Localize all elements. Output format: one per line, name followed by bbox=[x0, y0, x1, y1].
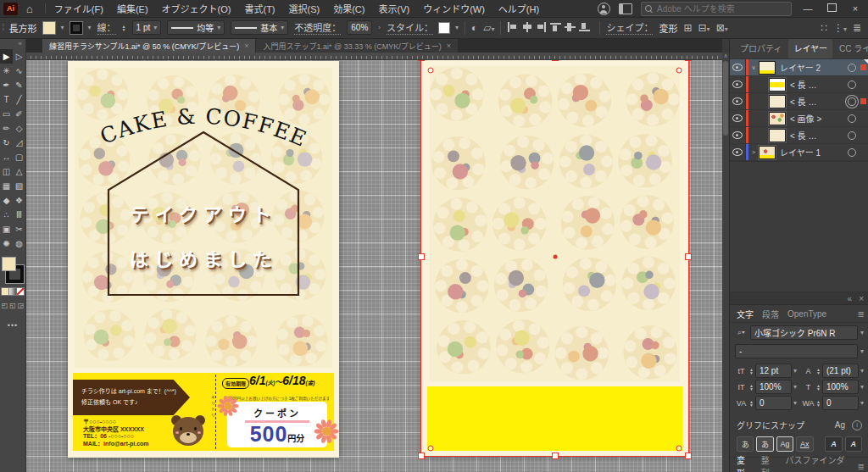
align-center-h-icon[interactable] bbox=[521, 22, 532, 32]
yellow-rectangle[interactable] bbox=[427, 386, 682, 451]
selection-handle[interactable] bbox=[418, 253, 425, 260]
line-segment-tool-icon[interactable]: ╱ bbox=[13, 92, 25, 107]
selection-tool-icon[interactable]: ▶ bbox=[0, 49, 13, 64]
horizontal-scale-field[interactable]: 100% bbox=[822, 380, 859, 394]
transform-tab-pathfinder[interactable]: パスファインダー bbox=[786, 453, 849, 472]
opacity-field[interactable]: 60% bbox=[347, 20, 372, 35]
crop-image-icon[interactable]: ⊠▾ bbox=[716, 22, 728, 34]
direct-selection-tool-icon[interactable]: ▷ bbox=[13, 49, 25, 64]
dock-tab-properties[interactable]: プロパティ bbox=[735, 38, 787, 58]
vertical-scrollbar[interactable]: ∧ bbox=[722, 53, 729, 472]
document-tab-1[interactable]: 入門用ステップ1.ai* @ 33.33 % (CMYK/プレビュー)× bbox=[255, 39, 457, 53]
selection-handle[interactable] bbox=[685, 453, 692, 459]
layer-name[interactable]: < 長 … bbox=[790, 95, 848, 108]
anchor-point[interactable] bbox=[428, 446, 434, 452]
none-mode-icon[interactable] bbox=[17, 288, 24, 295]
stepper[interactable]: ▲▼ bbox=[749, 384, 754, 391]
tab-close-icon[interactable]: × bbox=[244, 42, 248, 50]
snap-option-3[interactable]: Ax bbox=[796, 436, 813, 452]
stepper[interactable]: ▲▼ bbox=[816, 400, 821, 407]
column-graph-tool-icon[interactable]: Ⅲ bbox=[13, 208, 25, 222]
layer-thumbnail[interactable] bbox=[759, 61, 776, 75]
chevron-down-icon[interactable]: ▾ bbox=[793, 399, 797, 407]
chevron-down-icon[interactable]: ▾ bbox=[860, 399, 864, 407]
expand-icon[interactable]: ∨ bbox=[748, 64, 759, 71]
stroke-color-swatch[interactable] bbox=[70, 22, 82, 34]
dock-tab-libraries[interactable]: CC ライブラリ bbox=[834, 38, 868, 58]
menu-item-7[interactable]: ウィンドウ(W) bbox=[423, 2, 485, 15]
lasso-tool-icon[interactable]: ∿ bbox=[13, 64, 25, 78]
font-family-field[interactable]: 小塚ゴシック Pr6N R bbox=[750, 325, 858, 340]
perspective-grid-tool-icon[interactable]: △ bbox=[13, 164, 25, 179]
chevron-down-icon[interactable]: ▾ bbox=[88, 24, 92, 31]
color-mode-icon[interactable] bbox=[2, 288, 8, 295]
magic-wand-tool-icon[interactable]: ✳ bbox=[0, 64, 13, 78]
hand-tool-icon[interactable]: ✺ bbox=[0, 236, 13, 251]
panel-menu-icon[interactable]: ≣ bbox=[858, 462, 865, 471]
layer-name[interactable]: < 長 … bbox=[790, 129, 848, 142]
home-icon[interactable]: ⌂ bbox=[26, 3, 33, 15]
layer-thumbnail[interactable] bbox=[769, 129, 786, 142]
stroke-width-field[interactable]: 1 pt▾ bbox=[132, 20, 162, 35]
layer-thumbnail[interactable] bbox=[769, 78, 786, 92]
layer-row[interactable]: < 長 … bbox=[730, 127, 868, 144]
curvature-tool-icon[interactable]: ✎ bbox=[13, 78, 25, 92]
font-search-icon[interactable]: ⌕▾ bbox=[735, 328, 748, 337]
rectangle-tool-icon[interactable]: ▭ bbox=[0, 107, 13, 121]
recolor-artwork-icon[interactable]: ◐ bbox=[471, 22, 477, 34]
eraser-tool-icon[interactable]: ◇ bbox=[13, 121, 25, 136]
panel-menu-icon[interactable]: ≣ bbox=[853, 22, 861, 34]
anchor-point[interactable] bbox=[676, 446, 682, 452]
layer-row[interactable]: < 長 … bbox=[730, 93, 868, 110]
vertical-scale-field[interactable]: 100% bbox=[755, 380, 792, 394]
visibility-eye-icon[interactable] bbox=[730, 93, 746, 109]
chevron-down-icon[interactable]: ▾ bbox=[793, 383, 797, 391]
width-tool-icon[interactable]: ↔ bbox=[0, 150, 13, 164]
transform-tab-align[interactable]: 整列 bbox=[761, 453, 777, 472]
brush-definition[interactable]: 基本▾ bbox=[231, 20, 288, 35]
slice-tool-icon[interactable]: ✂ bbox=[13, 222, 25, 236]
paintbrush-tool-icon[interactable]: ✐ bbox=[13, 107, 25, 121]
blend-tool-icon[interactable]: ❖ bbox=[13, 193, 25, 208]
style-swatch[interactable] bbox=[439, 23, 449, 33]
transform-again-icon[interactable]: ▱▾ bbox=[483, 22, 494, 34]
artboard-right[interactable] bbox=[421, 58, 688, 456]
maximize-button[interactable] bbox=[824, 3, 839, 14]
align-middle-v-icon[interactable] bbox=[565, 22, 576, 32]
tracking-field[interactable]: 0 bbox=[822, 396, 859, 410]
font-style-field[interactable]: - bbox=[735, 344, 858, 358]
fill-swatch[interactable] bbox=[3, 258, 15, 270]
anchor-point[interactable] bbox=[428, 68, 434, 74]
character-tab-paragraph[interactable]: 段落 bbox=[762, 308, 779, 320]
type-tool-icon[interactable]: T bbox=[0, 92, 13, 107]
selection-handle[interactable] bbox=[418, 453, 425, 459]
shaper-tool-icon[interactable]: ✏ bbox=[0, 121, 13, 136]
align-top-icon[interactable] bbox=[550, 22, 561, 32]
visibility-eye-icon[interactable] bbox=[730, 144, 746, 160]
fill-color-swatch[interactable] bbox=[43, 22, 55, 34]
draw-inside-icon[interactable]: ◲ bbox=[18, 302, 25, 309]
gradient-tool-icon[interactable]: ▧ bbox=[13, 179, 25, 193]
menu-item-1[interactable]: 編集(E) bbox=[117, 2, 148, 15]
minimize-button[interactable]: — bbox=[800, 3, 815, 14]
app-logo-icon[interactable]: Ai bbox=[3, 3, 18, 15]
style-link[interactable]: スタイル： bbox=[387, 20, 433, 35]
anchor-point[interactable] bbox=[676, 68, 682, 74]
font-size-field[interactable]: 12 pt bbox=[755, 364, 792, 378]
canvas[interactable]: CAKE & COFFEE テイクアウト はじめました チラシ作りは art-p… bbox=[25, 53, 722, 472]
target-icon[interactable] bbox=[848, 148, 856, 157]
collapse-tools-icon[interactable]: « bbox=[0, 38, 25, 49]
bounding-box-icon[interactable]: ⊞ bbox=[683, 22, 692, 34]
stroke-stepper[interactable]: ▲▼ bbox=[122, 25, 126, 31]
visibility-eye-icon[interactable] bbox=[730, 110, 746, 126]
panel-menu-icon[interactable]: ≣ bbox=[858, 309, 865, 319]
menu-item-0[interactable]: ファイル(F) bbox=[54, 2, 103, 15]
help-search[interactable] bbox=[641, 2, 792, 16]
scale-tool-icon[interactable]: ◿ bbox=[13, 136, 25, 150]
menu-item-4[interactable]: 選択(S) bbox=[289, 2, 320, 15]
target-icon[interactable] bbox=[848, 64, 856, 72]
artboard-left[interactable]: CAKE & COFFEE テイクアウト はじめました チラシ作りは art-p… bbox=[68, 61, 339, 458]
chevron-down-icon[interactable]: ▾ bbox=[860, 329, 864, 336]
character-tab-opentype[interactable]: OpenType bbox=[787, 309, 826, 319]
zoom-tool-icon[interactable]: ◍ bbox=[13, 236, 25, 251]
